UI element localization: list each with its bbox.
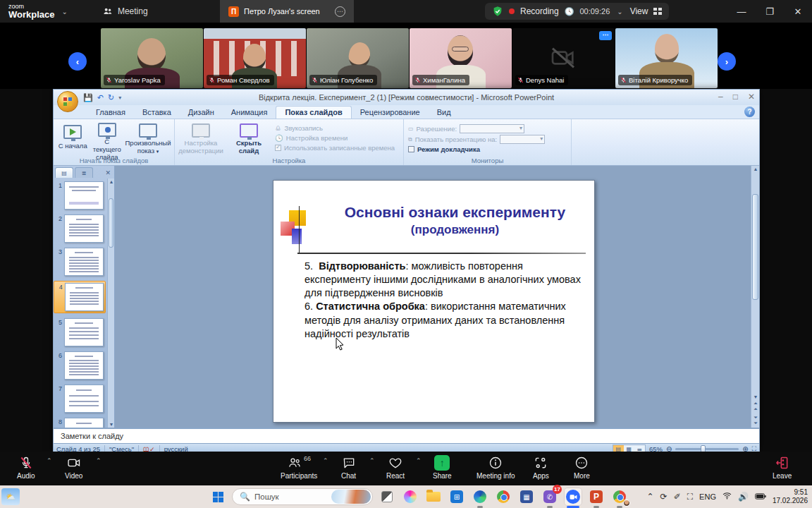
zoom-app-button[interactable] [564, 488, 582, 506]
file-explorer-button[interactable] [424, 488, 443, 506]
edge-button[interactable] [471, 488, 489, 506]
next-participants-button[interactable]: › [718, 52, 736, 71]
tab-glavnaya[interactable]: Главная [87, 107, 134, 119]
powerpoint-button[interactable]: P [587, 488, 605, 506]
panel-scrollbar-thumb[interactable] [109, 198, 113, 248]
slide-scrollbar[interactable]: ▲ ▼ ⏶⏶ ⏷⏷ [751, 166, 759, 428]
tab-slides-icon[interactable]: ▤ [55, 167, 73, 178]
slide-thumbnail[interactable]: 7 [55, 385, 106, 413]
slide-thumbnail[interactable]: 2 [55, 214, 106, 243]
participants-options-chevron[interactable]: ⌃ [323, 457, 328, 464]
hide-slide-button[interactable]: Скрыть слайд [227, 121, 271, 155]
language-switcher[interactable]: ENG [699, 492, 716, 501]
chat-button[interactable]: Chat [341, 454, 356, 480]
participant-tile[interactable]: Yaroslav Papka [101, 28, 203, 88]
participant-tile[interactable]: Юліан Голубенко [307, 28, 409, 88]
redo-icon[interactable]: ↻ [108, 93, 114, 102]
share-button[interactable]: ↑ Share [433, 454, 452, 480]
office-button[interactable] [57, 91, 78, 112]
participant-tile[interactable]: Роман Свердлов [204, 28, 306, 88]
security-shield-icon[interactable] [492, 6, 503, 17]
previous-participants-button[interactable]: ‹ [68, 52, 87, 71]
timer-chevron-icon[interactable]: ⌄ [617, 8, 622, 16]
panel-scroll-down-icon[interactable]: ▼ [108, 422, 115, 427]
ppt-minimize-button[interactable]: – [718, 92, 723, 102]
chrome-profile-button[interactable] [610, 488, 629, 506]
tab-retsenzirovanie[interactable]: Рецензирование [352, 107, 429, 119]
slide-thumbnail[interactable]: 5 [55, 318, 106, 346]
widgets-icon[interactable]: ⛅ [1, 488, 20, 505]
custom-show-button[interactable]: Произвольный показ ▾ [126, 121, 170, 155]
current-slide[interactable]: Основні ознаки експерименту (продовження… [273, 180, 595, 423]
chrome-button[interactable] [494, 488, 512, 506]
slide-thumbnail[interactable]: 8 [55, 418, 106, 428]
slide-thumbnail[interactable]: 1 [55, 181, 106, 210]
microsoft-store-button[interactable]: ⊞ [448, 488, 466, 506]
apps-button[interactable]: Apps [533, 454, 549, 480]
tab-outline-icon[interactable]: ≣ [75, 167, 93, 178]
video-button[interactable]: Video [65, 454, 82, 480]
viber-button[interactable]: ✆17 [541, 488, 559, 506]
ppt-title-bar[interactable]: 💾 ↶ ↻ ▾ Відкрита лекція. Експеримент_2 (… [54, 90, 759, 105]
chat-options-chevron[interactable]: ⌃ [369, 457, 375, 464]
participants-button[interactable]: 66 Participants [281, 454, 317, 480]
minimize-button[interactable]: — [727, 0, 756, 23]
panel-scrollbar[interactable]: ▲ ▼ [107, 179, 114, 428]
notes-pane[interactable]: Заметки к слайду [54, 428, 759, 443]
slide-thumbnail[interactable]: 6 [55, 351, 106, 380]
audio-options-chevron[interactable]: ⌃ [47, 457, 52, 464]
tray-expand-chevron-icon[interactable]: ⌃ [647, 492, 654, 502]
tab-vstavka[interactable]: Вставка [134, 107, 180, 119]
participant-tile[interactable]: ⋯ Denys Nahai [512, 28, 615, 88]
tab-meeting[interactable]: Meeting [94, 0, 156, 23]
more-button[interactable]: More [574, 454, 590, 480]
tile-more-options-icon[interactable]: ⋯ [599, 31, 612, 40]
view-grid-icon[interactable] [653, 8, 662, 15]
audio-button[interactable]: Audio [17, 454, 35, 480]
start-button[interactable] [209, 488, 227, 506]
tab-pokaz-slaydov[interactable]: Показ слайдов [276, 106, 351, 119]
participant-tile[interactable]: Віталій Криворучко [615, 28, 718, 88]
previous-slide-button[interactable]: ⏶⏶ [751, 401, 760, 412]
tab-dizayn[interactable]: Дизайн [180, 107, 223, 119]
panel-scroll-up-icon[interactable]: ▲ [108, 179, 115, 184]
participant-tile[interactable]: ХиманГалина [410, 28, 512, 88]
tab-vid[interactable]: Вид [429, 107, 460, 119]
slide-thumbnail[interactable]: 3 [55, 248, 106, 276]
scroll-down-icon[interactable]: ▼ [751, 394, 760, 399]
slide-canvas[interactable]: Основні ознаки експерименту (продовження… [115, 166, 759, 428]
tab-animatsiya[interactable]: Анимация [223, 107, 276, 119]
panel-close-icon[interactable]: ✕ [105, 169, 113, 176]
presenter-view-row[interactable]: Режим докладчика [408, 145, 545, 153]
meeting-info-button[interactable]: Meeting info [476, 454, 515, 480]
tab-options-icon[interactable]: ⋯ [335, 6, 345, 17]
help-button[interactable]: ? [744, 107, 755, 117]
ppt-maximize-button[interactable]: □ [733, 92, 738, 102]
workspace-chevron-icon[interactable]: ⌄ [62, 8, 68, 16]
calculator-button[interactable]: ▦ [517, 488, 536, 506]
view-label[interactable]: View [630, 6, 648, 16]
presenter-view-checkbox[interactable] [408, 146, 414, 152]
battery-icon[interactable] [755, 492, 766, 502]
save-icon[interactable]: 💾 [83, 93, 93, 102]
scrollbar-thumb[interactable] [752, 194, 758, 300]
taskbar-search[interactable]: 🔍 Пошук [232, 488, 373, 505]
react-button[interactable]: React [386, 454, 405, 480]
taskbar-clock[interactable]: 9:51 17.02.2026 [773, 488, 808, 506]
leave-button[interactable]: Leave [773, 454, 792, 480]
tab-shared-screen[interactable]: П Петро Лузан's screen ⋯ [220, 0, 354, 23]
from-current-slide-button[interactable]: С текущего слайда [92, 121, 123, 155]
next-slide-button[interactable]: ⏷⏷ [751, 415, 760, 426]
scroll-up-icon[interactable]: ▲ [751, 167, 760, 171]
wifi-icon[interactable] [722, 492, 732, 502]
screenshot-icon[interactable]: ⛶ [687, 492, 693, 502]
ppt-close-button[interactable]: ✕ [748, 92, 755, 102]
sync-icon[interactable]: ⟳ [660, 492, 668, 502]
undo-icon[interactable]: ↶ [97, 93, 104, 102]
search-doodle-image[interactable] [331, 490, 371, 504]
copilot-button[interactable] [401, 488, 419, 506]
zoom-slider[interactable] [675, 448, 739, 450]
close-button[interactable]: ✕ [784, 0, 812, 23]
from-beginning-button[interactable]: С начала [58, 121, 88, 155]
task-view-button[interactable] [378, 488, 396, 506]
